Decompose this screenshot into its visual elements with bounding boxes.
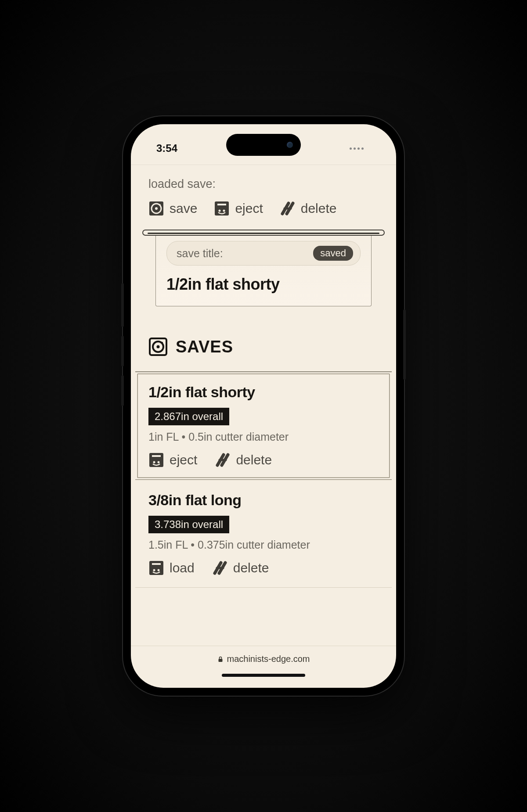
browser-bar: machinists-edge.com — [131, 646, 396, 688]
delete-button[interactable]: delete — [215, 452, 272, 468]
save-title-field-label: save title: — [177, 247, 223, 260]
load-button-label: load — [170, 560, 195, 575]
cellular-dots-icon — [350, 147, 364, 150]
eject-button-label: eject — [235, 201, 263, 216]
svg-point-21 — [158, 461, 160, 463]
dynamic-island — [226, 134, 301, 156]
svg-point-27 — [153, 569, 155, 571]
eject-icon — [214, 201, 230, 216]
svg-point-20 — [153, 461, 155, 463]
save-card: save title: saved 1/2in flat shorty — [155, 233, 372, 306]
save-item[interactable]: 3/8in flat long3.738in overall1.5in FL •… — [135, 480, 392, 588]
overall-badge: 3.738in overall — [148, 516, 229, 533]
delete-icon — [280, 201, 296, 216]
home-indicator[interactable] — [222, 674, 305, 677]
save-title-field[interactable]: save title: saved — [166, 241, 361, 266]
svg-point-16 — [157, 345, 160, 349]
browser-url-text: machinists-edge.com — [227, 654, 310, 664]
delete-button[interactable]: delete — [280, 201, 337, 216]
svg-rect-8 — [217, 204, 226, 205]
save-item-detail: 1in FL • 0.5in cutter diameter — [148, 431, 379, 443]
lock-icon — [217, 656, 224, 662]
svg-point-28 — [158, 569, 160, 571]
loaded-save-label: loaded save: — [148, 177, 379, 191]
delete-button-label: delete — [233, 560, 269, 575]
svg-point-5 — [155, 207, 158, 210]
phone-frame: 3:54 loaded save: — [123, 116, 404, 696]
save-item-detail: 1.5in FL • 0.375in cutter diameter — [148, 539, 379, 551]
delete-button[interactable]: delete — [212, 560, 269, 576]
status-time: 3:54 — [156, 142, 177, 154]
delete-icon — [212, 560, 228, 576]
disc-outline-icon — [148, 337, 168, 356]
disc-icon — [148, 201, 164, 216]
saves-heading: SAVES — [176, 338, 233, 356]
save-title-value: 1/2in flat shorty — [166, 275, 361, 294]
loaded-action-row: save eject delete — [148, 201, 379, 216]
save-button-label: save — [170, 201, 197, 216]
saved-badge: saved — [313, 246, 353, 261]
eject-button[interactable]: eject — [148, 452, 197, 468]
svg-rect-19 — [152, 455, 161, 457]
delete-button-label: delete — [236, 453, 272, 467]
delete-icon — [215, 452, 231, 468]
load-button[interactable]: load — [148, 560, 195, 576]
delete-button-label: delete — [301, 201, 337, 216]
saves-header: SAVES — [148, 337, 379, 356]
svg-point-9 — [219, 210, 221, 212]
screen: 3:54 loaded save: — [131, 124, 396, 688]
save-item-title: 3/8in flat long — [148, 492, 379, 509]
overall-badge: 2.867in overall — [148, 408, 229, 425]
browser-url[interactable]: machinists-edge.com — [217, 654, 310, 664]
save-slot: save title: saved 1/2in flat shorty — [142, 230, 385, 306]
save-button[interactable]: save — [148, 201, 197, 216]
slot-lip — [142, 230, 385, 236]
eject-icon — [148, 452, 164, 468]
svg-point-17 — [161, 342, 163, 344]
svg-point-10 — [223, 210, 225, 212]
eject-button-label: eject — [170, 453, 197, 467]
load-icon — [148, 560, 164, 576]
eject-button[interactable]: eject — [214, 201, 263, 216]
save-item-title: 1/2in flat shorty — [148, 384, 379, 401]
svg-rect-26 — [152, 563, 161, 565]
svg-point-6 — [159, 204, 161, 206]
svg-rect-32 — [218, 659, 222, 662]
save-item[interactable]: 1/2in flat shorty2.867in overall1in FL •… — [135, 371, 392, 480]
